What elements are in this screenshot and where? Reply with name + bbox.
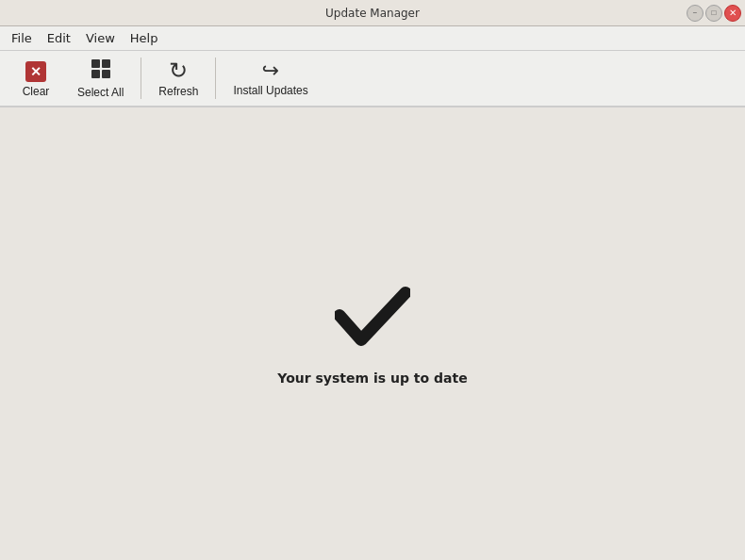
svg-rect-2 — [91, 70, 100, 78]
close-button[interactable]: ✕ — [724, 5, 741, 22]
refresh-icon: ↻ — [169, 59, 188, 82]
refresh-button[interactable]: ↻ Refresh — [145, 53, 211, 104]
install-updates-icon: ↩ — [262, 60, 279, 81]
status-text: Your system is up to date — [277, 371, 467, 386]
select-all-icon — [91, 58, 111, 83]
select-all-label: Select All — [77, 86, 124, 99]
refresh-label: Refresh — [158, 85, 198, 98]
svg-rect-0 — [91, 59, 100, 68]
clear-icon: ✕ — [25, 59, 46, 82]
menu-help[interactable]: Help — [123, 28, 166, 48]
clear-button[interactable]: ✕ Clear — [8, 53, 64, 104]
checkmark-icon — [335, 283, 410, 352]
minimize-button[interactable]: − — [687, 5, 704, 22]
clear-label: Clear — [23, 85, 50, 98]
title-bar: Update Manager − □ ✕ — [0, 0, 745, 26]
window-title: Update Manager — [325, 7, 420, 20]
maximize-button[interactable]: □ — [705, 5, 722, 22]
install-updates-button[interactable]: ↩ Install Updates — [220, 53, 321, 104]
menu-edit[interactable]: Edit — [40, 28, 78, 48]
toolbar-separator-2 — [215, 58, 216, 99]
toolbar: ✕ Clear Select All ↻ Refresh ↩ Install U… — [0, 51, 745, 107]
menu-file[interactable]: File — [4, 28, 40, 48]
menu-bar: File Edit View Help — [0, 26, 745, 51]
install-updates-label: Install Updates — [233, 84, 307, 97]
svg-rect-3 — [102, 70, 110, 78]
select-all-button[interactable]: Select All — [64, 53, 137, 104]
toolbar-separator-1 — [141, 58, 141, 99]
main-content: Your system is up to date — [0, 107, 745, 560]
window-controls: − □ ✕ — [687, 5, 741, 22]
svg-rect-1 — [102, 59, 110, 68]
menu-view[interactable]: View — [78, 28, 123, 48]
